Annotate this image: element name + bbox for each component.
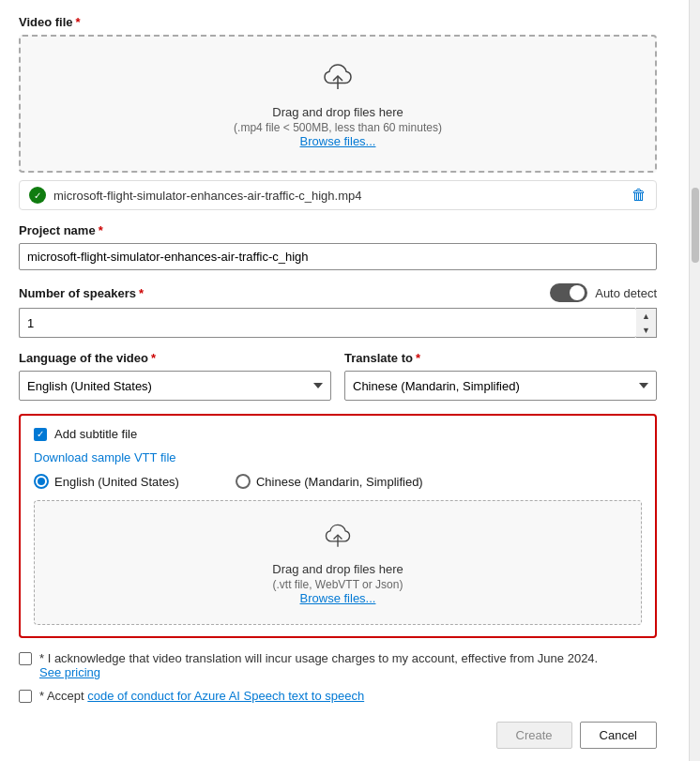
uploaded-file-row: ✓ microsoft-flight-simulator-enhances-ai… [19, 180, 657, 210]
subtitle-checkbox-row: Add subtitle file [34, 427, 642, 441]
ack-checkbox-2[interactable] [19, 690, 32, 703]
acknowledge-row-2: * Accept code of conduct for Azure AI Sp… [19, 689, 657, 703]
radio-row: English (United States) Chinese (Mandari… [34, 474, 642, 489]
subtitle-cloud-icon [53, 520, 622, 555]
code-of-conduct-link[interactable]: code of conduct for Azure AI Speech text… [87, 689, 364, 703]
subtitle-browse-link[interactable]: Browse files... [300, 591, 376, 605]
language-select[interactable]: English (United States) Chinese (Mandari… [19, 371, 331, 401]
language-required: * [151, 351, 156, 365]
subtitle-checkbox[interactable] [34, 428, 47, 441]
translate-col: Translate to * Chinese (Mandarin, Simpli… [344, 351, 657, 401]
video-upload-main-text: Drag and drop files here [43, 105, 632, 119]
auto-detect-label: Auto detect [595, 286, 657, 300]
speakers-spinners: ▲ ▼ [636, 308, 657, 338]
video-file-label-text: Video file [19, 15, 73, 29]
speakers-header: Number of speakers * Auto detect [19, 283, 657, 302]
video-file-required: * [76, 15, 81, 29]
auto-detect-row: Auto detect [550, 283, 657, 302]
video-file-label: Video file * [19, 15, 657, 29]
project-name-label: Project name * [19, 223, 657, 237]
file-check-icon: ✓ [29, 187, 46, 204]
translate-required: * [416, 351, 420, 365]
see-pricing-link[interactable]: See pricing [39, 665, 100, 679]
speakers-label: Number of speakers * [19, 286, 144, 300]
radio-english-label: English (United States) [54, 475, 179, 489]
speakers-input-container: ▲ ▼ [19, 308, 657, 338]
subtitle-upload-main-text: Drag and drop files here [53, 562, 622, 576]
translate-select[interactable]: Chinese (Mandarin, Simplified) English (… [344, 371, 657, 401]
subtitle-upload-sub-text: (.vtt file, WebVTT or Json) [53, 578, 622, 591]
ack-text-2: * Accept code of conduct for Azure AI Sp… [39, 689, 364, 703]
subtitle-section: Add subtitle file Download sample VTT fi… [19, 414, 657, 638]
scrollbar[interactable] [689, 0, 700, 761]
file-name-text: microsoft-flight-simulator-enhances-air-… [53, 189, 362, 203]
subtitle-checkbox-label: Add subtitle file [54, 427, 137, 441]
video-upload-zone[interactable]: Drag and drop files here (.mp4 file < 50… [19, 35, 657, 173]
language-col: Language of the video * English (United … [19, 351, 331, 401]
project-name-label-text: Project name [19, 223, 96, 237]
subtitle-upload-zone[interactable]: Drag and drop files here (.vtt file, Web… [34, 500, 642, 625]
project-name-required: * [99, 223, 103, 237]
radio-english-circle [34, 474, 49, 489]
project-name-input[interactable] [19, 243, 657, 270]
speakers-input[interactable] [19, 308, 636, 338]
ack-prefix-2: * Accept [39, 689, 87, 703]
auto-detect-toggle[interactable] [550, 283, 587, 302]
language-row: Language of the video * English (United … [19, 351, 657, 401]
create-button[interactable]: Create [496, 722, 572, 749]
video-upload-sub-text: (.mp4 file < 500MB, less than 60 minutes… [43, 121, 632, 134]
ack-text-1: * I acknowledge that video translation w… [39, 651, 598, 679]
acknowledge-row-1: * I acknowledge that video translation w… [19, 651, 657, 679]
speakers-required: * [139, 286, 144, 300]
video-browse-link[interactable]: Browse files... [300, 134, 376, 148]
language-label: Language of the video * [19, 351, 331, 365]
scrollbar-thumb[interactable] [692, 188, 699, 263]
translate-label: Translate to * [344, 351, 657, 365]
translate-label-text: Translate to [344, 351, 413, 365]
button-row: Create Cancel [19, 722, 657, 749]
ack-text-1-content: * I acknowledge that video translation w… [39, 651, 598, 665]
speakers-increment[interactable]: ▲ [636, 309, 656, 323]
radio-chinese-circle [236, 474, 251, 489]
language-label-text: Language of the video [19, 351, 148, 365]
cancel-button[interactable]: Cancel [580, 722, 657, 749]
cloud-upload-icon [43, 59, 632, 98]
download-vtt-link[interactable]: Download sample VTT file [34, 450, 176, 464]
radio-chinese-label: Chinese (Mandarin, Simplified) [256, 475, 423, 489]
ack-checkbox-1[interactable] [19, 652, 32, 665]
file-item-left: ✓ microsoft-flight-simulator-enhances-ai… [29, 187, 362, 204]
radio-item-english[interactable]: English (United States) [34, 474, 179, 489]
speakers-label-text: Number of speakers [19, 286, 136, 300]
delete-file-icon[interactable]: 🗑 [632, 187, 647, 204]
speakers-decrement[interactable]: ▼ [636, 323, 656, 337]
toggle-thumb [570, 285, 585, 300]
radio-item-chinese[interactable]: Chinese (Mandarin, Simplified) [236, 474, 423, 489]
